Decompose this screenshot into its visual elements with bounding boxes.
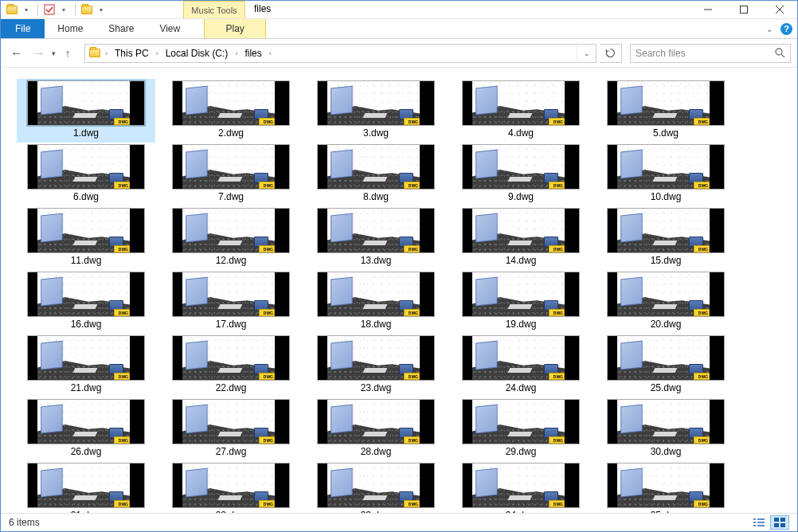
help-icon[interactable]: ?	[780, 23, 792, 35]
svg-rect-11	[753, 525, 756, 526]
address-bar[interactable]: › This PC › Local Disk (C:) › files › ⌄	[84, 44, 597, 63]
file-item[interactable]: DWG19.dwg	[452, 270, 590, 334]
breadcrumb-segment[interactable]: This PC	[111, 45, 152, 62]
file-thumbnail: DWG	[462, 80, 580, 126]
file-item[interactable]: DWG23.dwg	[307, 334, 445, 397]
file-name-label: 2.dwg	[218, 127, 244, 139]
tab-view[interactable]: View	[147, 19, 193, 38]
file-item[interactable]: DWG32.dwg	[162, 461, 300, 513]
file-thumbnail: DWG	[27, 80, 145, 126]
file-thumbnail: DWG	[172, 335, 290, 381]
file-item[interactable]: DWG5.dwg	[597, 79, 735, 143]
file-item[interactable]: DWG27.dwg	[162, 397, 300, 461]
file-item[interactable]: DWG29.dwg	[452, 397, 590, 461]
file-item[interactable]: DWG4.dwg	[452, 79, 590, 143]
file-item[interactable]: DWG15.dwg	[597, 206, 735, 270]
file-item[interactable]: DWG20.dwg	[597, 270, 735, 334]
search-icon[interactable]	[775, 48, 785, 58]
back-button[interactable]: ←	[7, 44, 26, 63]
file-item[interactable]: DWG30.dwg	[597, 397, 735, 461]
file-item[interactable]: DWG12.dwg	[162, 206, 300, 270]
tab-home[interactable]: Home	[45, 19, 96, 38]
file-item[interactable]: DWG8.dwg	[307, 143, 445, 206]
qat-dropdown-icon[interactable]: ▾	[95, 3, 108, 16]
dwg-badge-icon: DWG	[254, 109, 275, 125]
item-count: 6 items	[9, 517, 40, 528]
file-item[interactable]: DWG7.dwg	[162, 143, 300, 206]
ribbon-collapse-icon[interactable]: ⌄	[766, 25, 773, 33]
address-dropdown-icon[interactable]: ⌄	[577, 45, 596, 62]
file-item[interactable]: DWG6.dwg	[17, 143, 155, 206]
file-name-label: 1.dwg	[73, 127, 99, 139]
dwg-badge-icon: DWG	[544, 237, 565, 252]
close-button[interactable]	[761, 1, 797, 18]
svg-rect-0	[45, 5, 54, 14]
file-item[interactable]: DWG35.dwg	[597, 461, 735, 513]
properties-icon[interactable]	[43, 3, 56, 16]
file-thumbnail: DWG	[172, 399, 290, 444]
file-item[interactable]: DWG16.dwg	[17, 270, 155, 334]
dwg-badge-icon: DWG	[689, 300, 710, 316]
svg-point-5	[776, 49, 782, 55]
contextual-tools-tab[interactable]: Music Tools	[183, 1, 245, 18]
tab-file[interactable]: File	[1, 19, 45, 38]
search-box[interactable]	[630, 44, 791, 63]
chevron-right-icon[interactable]: ›	[267, 49, 274, 57]
file-grid[interactable]: DWG1.dwgDWG2.dwgDWG3.dwgDWG4.dwgDWG5.dwg…	[1, 68, 797, 513]
refresh-button[interactable]	[600, 44, 622, 63]
file-thumbnail: DWG	[172, 208, 290, 253]
chevron-right-icon[interactable]: ›	[154, 49, 161, 57]
file-item[interactable]: DWG26.dwg	[17, 397, 155, 461]
search-input[interactable]	[636, 48, 775, 59]
chevron-right-icon[interactable]: ›	[233, 49, 240, 57]
file-item[interactable]: DWG33.dwg	[307, 461, 445, 513]
svg-rect-14	[780, 518, 785, 522]
thumbnails-view-button[interactable]	[770, 515, 789, 530]
up-button[interactable]: ↑	[59, 45, 76, 62]
file-thumbnail: DWG	[317, 399, 435, 444]
file-item[interactable]: DWG14.dwg	[452, 206, 590, 270]
file-thumbnail: DWG	[27, 463, 145, 508]
details-view-button[interactable]	[749, 515, 769, 530]
file-item[interactable]: DWG9.dwg	[452, 143, 590, 206]
tab-share[interactable]: Share	[96, 19, 147, 38]
dwg-badge-icon: DWG	[689, 109, 710, 125]
qat-chevron-icon[interactable]: ▾	[57, 3, 70, 16]
file-thumbnail: DWG	[462, 208, 580, 253]
breadcrumb-segment[interactable]: files	[241, 45, 264, 62]
file-item[interactable]: DWG2.dwg	[162, 79, 300, 143]
file-item[interactable]: DWG10.dwg	[597, 143, 735, 206]
maximize-button[interactable]	[726, 1, 761, 18]
file-item[interactable]: DWG28.dwg	[307, 397, 445, 461]
file-item[interactable]: DWG1.dwg	[17, 79, 155, 143]
file-item[interactable]: DWG21.dwg	[17, 334, 155, 397]
file-thumbnail: DWG	[27, 399, 145, 444]
new-folder-icon[interactable]	[80, 3, 93, 16]
file-item[interactable]: DWG3.dwg	[307, 79, 445, 143]
svg-rect-10	[757, 522, 765, 523]
folder-icon	[6, 3, 18, 16]
file-item[interactable]: DWG17.dwg	[162, 270, 300, 334]
history-dropdown-icon[interactable]: ▾	[52, 49, 56, 57]
file-item[interactable]: DWG11.dwg	[17, 206, 155, 270]
chevron-right-icon[interactable]: ›	[103, 49, 110, 57]
dwg-badge-icon: DWG	[254, 491, 275, 507]
dwg-badge-icon: DWG	[689, 237, 710, 252]
file-item[interactable]: DWG22.dwg	[162, 334, 300, 397]
file-item[interactable]: DWG31.dwg	[17, 461, 155, 513]
tab-play[interactable]: Play	[204, 19, 266, 38]
file-item[interactable]: DWG18.dwg	[307, 270, 445, 334]
minimize-button[interactable]	[690, 1, 726, 18]
file-item[interactable]: DWG34.dwg	[452, 461, 590, 513]
dwg-badge-icon: DWG	[544, 173, 565, 189]
file-thumbnail: DWG	[172, 80, 290, 126]
qat-chevron-icon[interactable]: ▾	[20, 3, 33, 16]
dwg-badge-icon: DWG	[399, 428, 420, 444]
svg-rect-16	[780, 523, 785, 527]
file-item[interactable]: DWG13.dwg	[307, 206, 445, 270]
forward-button[interactable]: →	[29, 44, 49, 63]
file-item[interactable]: DWG25.dwg	[597, 334, 735, 397]
status-bar: 6 items	[1, 513, 797, 531]
file-item[interactable]: DWG24.dwg	[452, 334, 590, 397]
breadcrumb-segment[interactable]: Local Disk (C:)	[162, 45, 232, 62]
